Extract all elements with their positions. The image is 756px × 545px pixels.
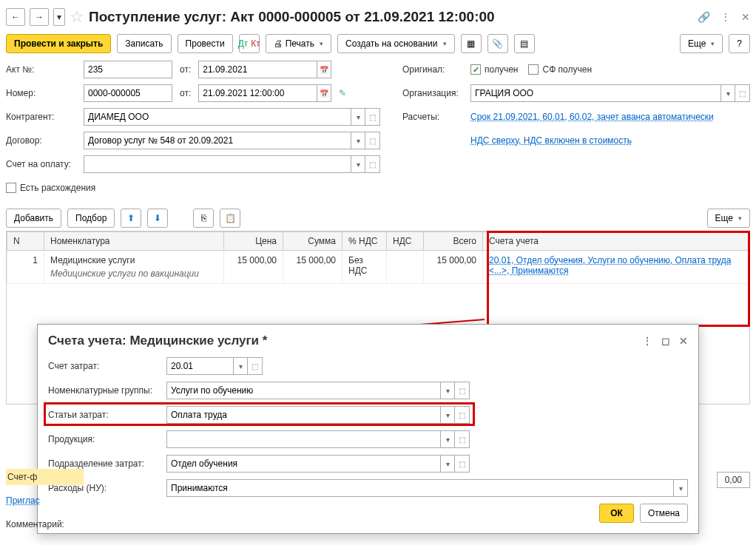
edit-number-icon[interactable]: ✎ — [339, 88, 346, 98]
favorite-star-icon[interactable]: ☆ — [70, 7, 84, 27]
report-button[interactable]: ▤ — [514, 34, 535, 53]
product-input[interactable] — [166, 430, 440, 448]
cell-accounts: 20.01, Отдел обучения, Услуги по обучени… — [483, 251, 749, 284]
table-more-button[interactable]: Еще — [707, 209, 750, 228]
akt-number-input[interactable] — [84, 61, 172, 78]
cell-price: 15 000,00 — [224, 251, 283, 284]
sf-label: Счет-ф — [6, 469, 84, 485]
nom-group-label: Номенклатурные группы: — [48, 385, 166, 396]
calendar-icon[interactable]: 📅 — [317, 61, 331, 78]
contractor-label: Контрагент: — [6, 112, 84, 122]
th-accounts: Счета учета — [483, 232, 749, 251]
th-price: Цена — [224, 232, 283, 251]
contract-label: Договор: — [6, 135, 84, 146]
kebab-menu-icon[interactable]: ⋮ — [720, 11, 731, 23]
cost-account-input[interactable] — [166, 357, 233, 375]
nav-forward[interactable]: → — [30, 8, 49, 26]
nomer-label: Номер: — [6, 88, 84, 98]
modal-maximize-icon[interactable]: ◻ — [661, 335, 670, 347]
services-table[interactable]: N Номенклатура Цена Сумма % НДС НДС Всег… — [7, 231, 749, 284]
comment-label: Комментарий: — [6, 519, 84, 529]
raschety-link[interactable]: Срок 21.09.2021, 60.01, 60.02, зачет ава… — [470, 112, 714, 122]
nav-back[interactable]: ← — [6, 8, 25, 26]
product-label: Продукция: — [48, 434, 166, 444]
total-amount: 0,00 — [717, 472, 750, 488]
link-icon[interactable]: 🔗 — [698, 11, 710, 23]
window-title: Поступление услуг: Акт 0000-000005 от 21… — [89, 9, 693, 25]
more-button[interactable]: Еще — [680, 34, 723, 53]
post-close-button[interactable]: Провести и закрыть — [6, 34, 111, 53]
nav-history[interactable]: ▾ — [53, 8, 65, 26]
org-input[interactable] — [470, 84, 720, 102]
dropdown-icon[interactable]: ▾ — [351, 155, 365, 173]
open-icon[interactable]: ⬚ — [248, 357, 263, 375]
dropdown-icon[interactable]: ▾ — [351, 132, 365, 149]
cost-account-label: Счет затрат: — [48, 361, 166, 371]
attach-button[interactable]: 📎 — [487, 34, 508, 53]
th-n: N — [7, 232, 44, 251]
open-icon[interactable]: ⬚ — [365, 155, 380, 173]
dept-label: Подразделение затрат: — [48, 458, 166, 469]
add-row-button[interactable]: Добавить — [6, 209, 61, 228]
printer-icon: 🖨 — [274, 38, 283, 49]
priglas-link[interactable]: Приглас — [6, 495, 40, 506]
move-down-button[interactable]: ⬇ — [147, 209, 168, 228]
open-icon[interactable]: ⬚ — [455, 382, 470, 399]
cell-vat — [387, 251, 424, 284]
modal-close-icon[interactable]: ✕ — [679, 335, 688, 347]
received-checkbox[interactable] — [470, 64, 481, 75]
diff-checkbox[interactable] — [6, 183, 16, 193]
nomer-input[interactable] — [84, 84, 172, 102]
akt-date-input[interactable] — [198, 61, 317, 78]
org-label: Организация: — [402, 88, 470, 98]
open-icon[interactable]: ⬚ — [455, 430, 470, 448]
dropdown-icon[interactable]: ▾ — [720, 84, 735, 102]
sf-received-checkbox[interactable] — [528, 64, 539, 75]
th-vat: НДС — [387, 232, 424, 251]
diff-label: Есть расхождения — [20, 183, 95, 193]
dropdown-icon[interactable]: ▾ — [440, 406, 455, 424]
nom-group-input[interactable] — [166, 382, 440, 399]
calendar-icon-2[interactable]: 📅 — [317, 84, 331, 102]
contract-input[interactable] — [84, 132, 351, 149]
create-based-button[interactable]: Создать на основании — [337, 34, 455, 53]
raschety-label: Расчеты: — [402, 112, 470, 122]
open-icon[interactable]: ⬚ — [455, 406, 470, 424]
open-icon[interactable]: ⬚ — [365, 132, 380, 149]
invoice-input[interactable] — [84, 155, 351, 173]
save-button[interactable]: Записать — [117, 34, 171, 53]
th-nomenclature: Номенклатура — [44, 232, 224, 251]
cell-nomenclature: Медицинские услуги Медицинские услуги по… — [44, 251, 224, 284]
contractor-input[interactable] — [84, 108, 351, 126]
modal-kebab-icon[interactable]: ⋮ — [642, 335, 652, 347]
th-sum: Сумма — [283, 232, 342, 251]
dropdown-icon[interactable]: ▾ — [440, 382, 455, 399]
dtkt-button[interactable]: ДтКт — [239, 34, 260, 53]
accounts-link[interactable]: 20.01, Отдел обучения, Услуги по обучени… — [489, 255, 731, 276]
select-button[interactable]: Подбор — [67, 209, 115, 228]
dropdown-icon[interactable]: ▾ — [351, 108, 365, 126]
th-total: Всего — [424, 232, 483, 251]
related-docs-button[interactable]: ▦ — [461, 34, 482, 53]
ot-label-1: от: — [180, 64, 191, 75]
expense-item-input[interactable] — [166, 406, 440, 424]
dropdown-icon[interactable]: ▾ — [440, 430, 455, 448]
print-button[interactable]: 🖨 Печать — [266, 34, 331, 53]
table-row[interactable]: 1 Медицинские услуги Медицинские услуги … — [7, 251, 749, 284]
post-button[interactable]: Провести — [178, 34, 233, 53]
paste-button[interactable]: 📋 — [220, 209, 240, 228]
help-button[interactable]: ? — [729, 34, 750, 53]
cell-sum: 15 000,00 — [283, 251, 342, 284]
open-icon[interactable]: ⬚ — [735, 84, 750, 102]
cell-total: 15 000,00 — [424, 251, 483, 284]
open-icon[interactable]: ⬚ — [365, 108, 380, 126]
dropdown-icon[interactable]: ▾ — [233, 357, 248, 375]
copy-button[interactable]: ⎘ — [193, 209, 214, 228]
move-up-button[interactable]: ⬆ — [121, 209, 141, 228]
invoice-label: Счет на оплату: — [6, 159, 84, 169]
nomer-date-input[interactable] — [198, 84, 317, 102]
expense-item-label: Статьи затрат: — [48, 410, 166, 420]
original-label: Оригинал: — [402, 64, 470, 75]
nds-link[interactable]: НДС сверху, НДС включен в стоимость — [470, 135, 632, 146]
close-window-icon[interactable]: ✕ — [741, 11, 750, 23]
